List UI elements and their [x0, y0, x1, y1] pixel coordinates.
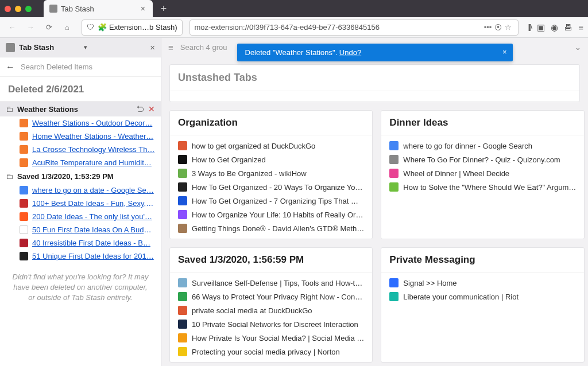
library-icon[interactable]: |||\: [528, 22, 531, 33]
stash-item[interactable]: how to get organized at DuckDuckGo: [172, 139, 370, 153]
favicon: [389, 278, 399, 287]
home-button[interactable]: ⌂: [60, 20, 75, 35]
sidebar-item[interactable]: Home Weather Stations - Weather…: [0, 130, 161, 143]
tab-close-icon[interactable]: ×: [139, 4, 147, 13]
reader-mode-icon[interactable]: ⦿: [493, 23, 503, 32]
collapse-all-icon[interactable]: ⌄: [575, 43, 581, 52]
favicon: [20, 145, 28, 154]
sidebar-search[interactable]: ← Search Deleted Items: [0, 57, 161, 77]
stash-item[interactable]: How to Solve the "Where Should We Eat?" …: [384, 180, 582, 194]
stash-item[interactable]: How to Organize Your Life: 10 Habits of …: [172, 208, 370, 221]
favicon: [178, 320, 187, 329]
stash-item[interactable]: Where To Go For Dinner? - Quiz - Quizony…: [384, 153, 582, 166]
titlebar: Tab Stash × +: [0, 0, 588, 17]
sidebar-item[interactable]: 40 Irresistible First Date Ideas - B…: [0, 236, 161, 250]
sidebar-hint: Didn't find what you're looking for? It …: [0, 263, 161, 313]
sidebar-item-link[interactable]: where to go on a date - Google Se…: [32, 186, 155, 194]
stash-item-title: Protecting your social media privacy | N…: [192, 348, 340, 356]
reload-button[interactable]: ⟳: [41, 20, 56, 35]
stash-item[interactable]: Protecting your social media privacy | N…: [172, 345, 370, 359]
favicon: [20, 239, 28, 247]
menu-icon[interactable]: ≡: [578, 22, 583, 33]
sidebar-item-link[interactable]: AcuRite Temperature and Humidit…: [32, 158, 155, 167]
stash-item[interactable]: 3 Ways to Be Organized - wikiHow: [172, 166, 370, 180]
shield-icon: 🛡: [87, 23, 94, 32]
minimize-window-button[interactable]: [15, 6, 21, 12]
favicon: [178, 347, 187, 356]
sidebar-item[interactable]: 100+ Best Date Ideas - Fun, Sexy, …: [0, 197, 161, 210]
close-window-button[interactable]: [5, 6, 11, 12]
maximize-window-button[interactable]: [25, 6, 32, 12]
sidebar-item-link[interactable]: 100+ Best Date Ideas - Fun, Sexy, …: [32, 199, 155, 208]
browser-tab[interactable]: Tab Stash ×: [44, 0, 153, 17]
sidebar-item[interactable]: La Crosse Technology Wireless Th…: [0, 143, 161, 156]
stash-item[interactable]: How to Get Organized: [172, 153, 370, 166]
stash-item[interactable]: 10 Private Social Networks for Discreet …: [172, 317, 370, 331]
stash-item[interactable]: where to go for dinner - Google Search: [384, 139, 582, 153]
stash-item[interactable]: Surveillance Self-Defense | Tips, Tools …: [172, 276, 370, 290]
sidebar-folder[interactable]: 🗀Weather Stations⮌✕: [0, 102, 161, 116]
delete-forever-icon[interactable]: ✕: [148, 104, 155, 114]
sidebar-item[interactable]: AcuRite Temperature and Humidit…: [0, 156, 161, 169]
sidebar-item[interactable]: Weather Stations - Outdoor Decor…: [0, 116, 161, 130]
sidebar-item-link[interactable]: La Crosse Technology Wireless Th…: [32, 145, 155, 154]
favicon: [178, 210, 187, 219]
sidebar-item-link[interactable]: Home Weather Stations - Weather…: [32, 132, 155, 141]
page-actions-icon[interactable]: •••: [482, 23, 493, 32]
favicon: [178, 141, 187, 150]
undo-link[interactable]: Undo?: [339, 48, 361, 57]
sidebar-item-link[interactable]: 51 Unique First Date Ideas for 201…: [32, 252, 155, 260]
stash-item[interactable]: Liberate your communication | Riot: [384, 290, 582, 303]
group-title[interactable]: Saved 1/3/2020, 1:56:59 PM: [170, 248, 372, 272]
group-title[interactable]: Organization: [170, 111, 372, 135]
bookmark-star-icon[interactable]: ☆: [503, 23, 513, 32]
tab-title: Tab Stash: [61, 5, 139, 13]
sidebar-item-link[interactable]: 50 Fun First Date Ideas On A Budg…: [32, 225, 155, 234]
stash-item-title: How To Get Organized - 7 Organizing Tips…: [192, 197, 358, 205]
app-title: Tab Stash: [19, 43, 82, 52]
stash-item-title: Signal >> Home: [403, 279, 457, 287]
favicon: [178, 196, 187, 205]
favicon: [178, 224, 187, 233]
chevron-down-icon[interactable]: ▾: [84, 44, 87, 51]
back-button[interactable]: ←: [5, 20, 20, 35]
sidebar-toggle-icon[interactable]: ▣: [537, 22, 545, 33]
stash-item[interactable]: How To Get Organized - 7 Organizing Tips…: [172, 194, 370, 208]
sidebar-item[interactable]: 200 Date Ideas - The only list you'…: [0, 210, 161, 223]
unstashed-panel: Unstashed Tabs: [169, 64, 580, 102]
favicon: [389, 141, 399, 150]
sidebar-close-icon[interactable]: ×: [150, 42, 155, 52]
sidebar-search-placeholder: Search Deleted Items: [21, 63, 92, 71]
sidebar-item-link[interactable]: 40 Irresistible First Date Ideas - B…: [32, 239, 155, 247]
hamburger-icon[interactable]: ≡: [168, 42, 173, 52]
stash-item[interactable]: How Private Is Your Social Media? | Soci…: [172, 331, 370, 345]
stash-item[interactable]: Getting Things Done® - David Allen's GTD…: [172, 221, 370, 235]
sidebar-item[interactable]: 51 Unique First Date Ideas for 201…: [0, 250, 161, 263]
forward-button[interactable]: →: [23, 20, 38, 35]
group-title[interactable]: Private Messaging: [381, 248, 584, 272]
identity-box[interactable]: 🛡 🧩 Extension…b Stash): [82, 20, 183, 36]
print-icon[interactable]: 🖶: [564, 22, 572, 33]
favicon: [178, 306, 187, 315]
url-bar[interactable]: moz-extension://0f39f713-647a-ed49-be77-…: [189, 20, 519, 36]
sidebar: Tab Stash ▾ × ← Search Deleted Items Del…: [0, 38, 161, 366]
stash-item[interactable]: 66 Ways to Protect Your Privacy Right No…: [172, 290, 370, 303]
favicon: [178, 278, 187, 287]
stash-item[interactable]: private social media at DuckDuckGo: [172, 303, 370, 317]
sidebar-item-link[interactable]: Weather Stations - Outdoor Decor…: [32, 119, 155, 127]
group-title[interactable]: Dinner Ideas: [381, 111, 584, 135]
new-tab-button[interactable]: +: [156, 1, 171, 16]
folder-icon: 🗀: [6, 105, 13, 114]
sidebar-item[interactable]: where to go on a date - Google Se…: [0, 184, 161, 197]
stash-item[interactable]: How To Get Organized - 20 Ways To Organi…: [172, 180, 370, 194]
sidebar-item-link[interactable]: 200 Date Ideas - The only list you'…: [32, 212, 155, 221]
favicon: [20, 225, 28, 234]
toast-close-icon[interactable]: ×: [502, 48, 507, 56]
stash-item[interactable]: Wheel of Dinner | Wheel Decide: [384, 166, 582, 180]
back-arrow-icon[interactable]: ←: [6, 62, 15, 72]
account-icon[interactable]: ◉: [551, 22, 558, 33]
sidebar-item[interactable]: 50 Fun First Date Ideas On A Budg…: [0, 223, 161, 236]
stash-item[interactable]: Signal >> Home: [384, 276, 582, 290]
sidebar-folder[interactable]: 🗀Saved 1/3/2020, 1:53:29 PM: [0, 169, 161, 184]
restore-icon[interactable]: ⮌: [136, 104, 144, 114]
